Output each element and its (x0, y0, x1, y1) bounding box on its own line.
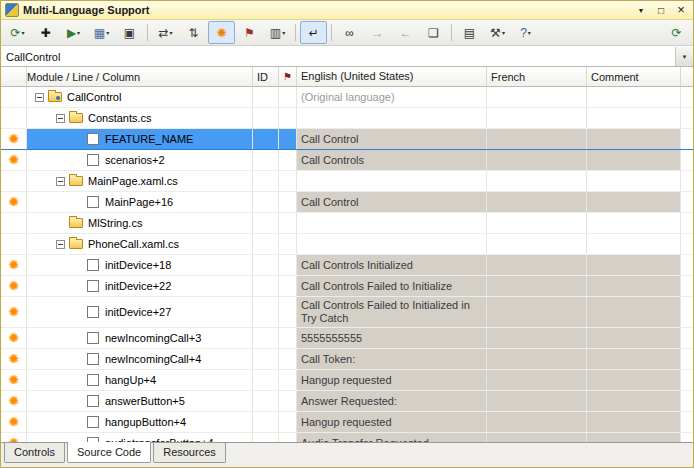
collapse-toggle[interactable] (35, 93, 44, 102)
column-header-flag[interactable]: ⚑ (279, 67, 297, 86)
window-menu-button[interactable]: ▼ (633, 3, 649, 17)
line-break-button[interactable]: ↵ (300, 21, 327, 44)
tree-row-MainPage.xaml.cs[interactable]: MainPage.xaml.cs (1, 171, 693, 192)
include-checkbox[interactable] (87, 154, 99, 166)
french-cell[interactable] (487, 276, 587, 296)
french-cell[interactable] (487, 192, 587, 212)
include-checkbox[interactable] (87, 374, 99, 386)
run-button[interactable]: ▶▾ (60, 21, 87, 44)
tab-resources[interactable]: Resources (153, 443, 226, 463)
column-header-comment[interactable]: Comment (587, 67, 681, 86)
move-strings-button[interactable]: ⇄▾ (152, 21, 179, 44)
english-cell[interactable]: Call Controls Failed to Initialize (297, 276, 487, 296)
comment-cell[interactable] (587, 412, 681, 432)
english-cell[interactable]: Audio Transfer Requested (297, 433, 487, 442)
tree-row-audiotransferButton+4[interactable]: ✺audiotransferButton+4Audio Transfer Req… (1, 433, 693, 442)
include-checkbox[interactable] (87, 133, 99, 145)
find-button[interactable]: ∞ (336, 21, 363, 44)
french-cell[interactable] (487, 370, 587, 390)
titlebar[interactable]: Multi-Language Support ▼ □ × (1, 1, 693, 20)
settings-button[interactable]: ⚒▾ (484, 21, 511, 44)
tree-row-newIncomingCall+3[interactable]: ✺newIncomingCall+35555555555 (1, 328, 693, 349)
include-checkbox[interactable] (87, 196, 99, 208)
tree-row-CallControl[interactable]: CallControl(Original language) (1, 87, 693, 108)
french-cell[interactable] (487, 391, 587, 411)
collapse-toggle[interactable] (56, 240, 65, 249)
english-cell[interactable]: Answer Requested: (297, 391, 487, 411)
rescan-button[interactable]: ⟳▾ (4, 21, 31, 44)
tree-row-Constants.cs[interactable]: Constants.cs (1, 108, 693, 129)
english-cell[interactable]: Hangup requested (297, 412, 487, 432)
copy-button[interactable]: ❏ (420, 21, 447, 44)
tree-row-FEATURE_NAME[interactable]: ✺FEATURE_NAMECall Control (1, 129, 693, 150)
tab-controls[interactable]: Controls (4, 443, 65, 463)
french-cell[interactable] (487, 349, 587, 369)
column-header-french[interactable]: French (487, 67, 587, 86)
english-cell[interactable]: Call Control (297, 192, 487, 212)
collapse-toggle[interactable] (56, 114, 65, 123)
find-next-button[interactable]: → (364, 21, 391, 44)
include-checkbox[interactable] (87, 395, 99, 407)
column-header-english[interactable]: English (United States) (297, 67, 487, 86)
include-checkbox[interactable] (87, 306, 99, 318)
scope-combobox-dropdown-button[interactable]: ▼ (675, 47, 693, 66)
french-cell[interactable] (487, 150, 587, 170)
french-cell[interactable] (487, 412, 587, 432)
export-button[interactable]: ▦▾ (88, 21, 115, 44)
english-cell[interactable]: Call Controls Initialized (297, 255, 487, 275)
tree-row-hangupButton+4[interactable]: ✺hangupButton+4Hangup requested (1, 412, 693, 433)
tree-row-initDevice+27[interactable]: ✺initDevice+27Call Controls Failed to In… (1, 297, 693, 328)
tree-row-newIncomingCall+4[interactable]: ✺newIncomingCall+4Call Token: (1, 349, 693, 370)
output-window-button[interactable]: ▣ (116, 21, 143, 44)
tab-source-code[interactable]: Source Code (67, 442, 151, 463)
tree-row-MainPage+16[interactable]: ✺MainPage+16Call Control (1, 192, 693, 213)
column-header-gutter[interactable] (1, 67, 27, 86)
french-cell[interactable] (487, 433, 587, 442)
french-cell[interactable] (487, 129, 587, 149)
tree-row-answerButton+5[interactable]: ✺answerButton+5Answer Requested: (1, 391, 693, 412)
comment-cell[interactable] (587, 349, 681, 369)
hide-strings-button[interactable]: ⚑ (236, 21, 263, 44)
comment-cell[interactable] (587, 391, 681, 411)
refresh-translations-button[interactable]: ⟳ (663, 21, 690, 44)
english-cell[interactable]: Call Controls (297, 150, 487, 170)
french-cell[interactable] (487, 328, 587, 348)
english-cell[interactable]: Call Controls Failed to Initialized in T… (297, 297, 487, 327)
comment-cell[interactable] (587, 192, 681, 212)
show-new-strings-button[interactable]: ✺ (208, 21, 235, 44)
include-checkbox[interactable] (87, 416, 99, 428)
comment-cell[interactable] (587, 150, 681, 170)
comment-cell[interactable] (587, 276, 681, 296)
english-cell[interactable]: Hangup requested (297, 370, 487, 390)
column-header-module[interactable]: Module / Line / Column (27, 67, 253, 86)
scope-combobox[interactable]: CallControl ▼ (1, 46, 693, 67)
tree-row-MlString.cs[interactable]: MlString.cs (1, 213, 693, 234)
comment-cell[interactable] (587, 370, 681, 390)
tree-row-scenarios+2[interactable]: ✺scenarios+2Call Controls (1, 150, 693, 171)
properties-button[interactable]: ▤ (456, 21, 483, 44)
include-checkbox[interactable] (87, 332, 99, 344)
comment-cell[interactable] (587, 433, 681, 442)
english-cell[interactable]: 5555555555 (297, 328, 487, 348)
comment-cell[interactable] (587, 328, 681, 348)
add-language-button[interactable]: ✚ (32, 21, 59, 44)
include-checkbox[interactable] (87, 353, 99, 365)
comment-cell[interactable] (587, 129, 681, 149)
english-cell[interactable]: Call Token: (297, 349, 487, 369)
include-checkbox[interactable] (87, 280, 99, 292)
tree-row-initDevice+18[interactable]: ✺initDevice+18Call Controls Initialized (1, 255, 693, 276)
close-button[interactable]: × (673, 3, 689, 17)
french-cell[interactable] (487, 297, 587, 327)
tree-row-initDevice+22[interactable]: ✺initDevice+22Call Controls Failed to In… (1, 276, 693, 297)
include-checkbox[interactable] (87, 259, 99, 271)
column-header-id[interactable]: ID (253, 67, 279, 86)
sort-button[interactable]: ⇅ (180, 21, 207, 44)
help-button[interactable]: ?▾ (512, 21, 539, 44)
collapse-toggle[interactable] (56, 177, 65, 186)
tree-row-hangUp+4[interactable]: ✺hangUp+4Hangup requested (1, 370, 693, 391)
find-previous-button[interactable]: ← (392, 21, 419, 44)
columns-button[interactable]: ▥▾ (264, 21, 291, 44)
comment-cell[interactable] (587, 297, 681, 327)
french-cell[interactable] (487, 255, 587, 275)
english-cell[interactable]: Call Control (297, 129, 487, 149)
